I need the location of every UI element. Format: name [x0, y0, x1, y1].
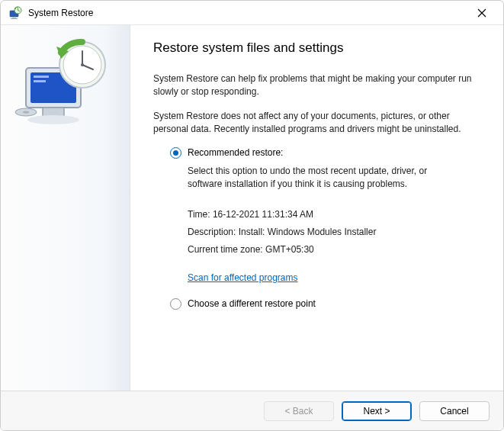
intro-paragraph-2: System Restore does not affect any of yo… — [153, 110, 477, 137]
restore-options: Recommended restore: Select this option … — [153, 147, 477, 310]
close-button[interactable] — [468, 2, 496, 24]
svg-rect-1 — [12, 17, 16, 18]
page-heading: Restore system files and settings — [153, 40, 477, 56]
system-restore-icon — [8, 6, 22, 20]
restore-illustration-icon — [12, 37, 119, 137]
scan-affected-programs-link[interactable]: Scan for affected programs — [188, 272, 298, 283]
recommended-restore-description: Select this option to undo the most rece… — [188, 165, 462, 191]
window-title: System Restore — [28, 8, 468, 18]
intro-paragraph-1: System Restore can help fix problems tha… — [153, 72, 477, 99]
radio-icon — [170, 298, 181, 310]
recommended-restore-radio[interactable]: Recommended restore: — [170, 147, 477, 159]
content-area: Restore system files and settings System… — [1, 25, 503, 391]
titlebar: System Restore — [1, 1, 503, 25]
restore-point-details: Time: 16-12-2021 11:31:34 AM Description… — [188, 206, 477, 258]
restore-description: Description: Install: Windows Modules In… — [188, 224, 477, 241]
next-button[interactable]: Next > — [342, 401, 412, 421]
recommended-restore-label: Recommended restore: — [188, 147, 283, 158]
svg-rect-2 — [11, 18, 18, 19]
back-button: < Back — [264, 401, 334, 421]
restore-timezone: Current time zone: GMT+05:30 — [188, 241, 477, 259]
svg-point-12 — [23, 111, 29, 114]
svg-rect-8 — [34, 80, 46, 82]
radio-icon — [170, 147, 181, 159]
wizard-footer: < Back Next > Cancel — [1, 391, 503, 430]
restore-time: Time: 16-12-2021 11:31:34 AM — [188, 206, 477, 224]
svg-rect-7 — [34, 76, 49, 78]
main-panel: Restore system files and settings System… — [130, 25, 503, 391]
different-restore-point-label: Choose a different restore point — [188, 298, 316, 309]
cancel-button[interactable]: Cancel — [419, 401, 490, 421]
svg-point-17 — [81, 63, 84, 66]
close-icon — [477, 8, 486, 18]
svg-point-10 — [27, 115, 79, 124]
different-restore-point-radio[interactable]: Choose a different restore point — [170, 298, 477, 310]
wizard-sidebar — [1, 25, 130, 391]
